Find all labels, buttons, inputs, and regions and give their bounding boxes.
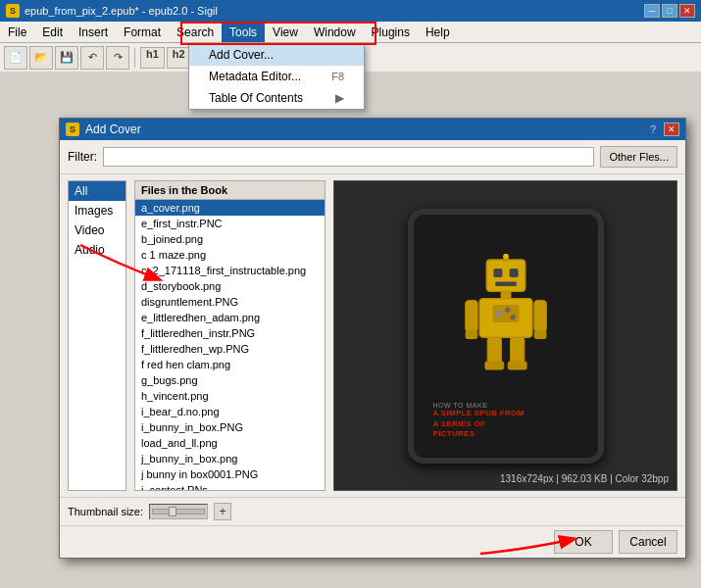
menu-window[interactable]: Window xyxy=(306,22,364,42)
tablet-mockup: HOW TO MAKE A SIMPLE EPUB FROMA SERIES O… xyxy=(408,209,604,464)
cancel-button[interactable]: Cancel xyxy=(619,530,677,554)
tools-dropdown: Add Cover... Metadata Editor... F8 Table… xyxy=(188,43,365,110)
svg-rect-12 xyxy=(465,301,477,332)
menu-tools[interactable]: Tools xyxy=(222,22,265,42)
image-info: 1316x724px | 962.03 KB | Color 32bpp xyxy=(500,473,669,484)
file-item-f-wp[interactable]: f_littleredhen_wp.PNG xyxy=(135,341,325,357)
file-item-f-instr[interactable]: f_littleredhen_instr.PNG xyxy=(135,325,325,341)
file-item-c2-first[interactable]: c_2_171118_first_instructable.png xyxy=(135,263,325,278)
svg-rect-14 xyxy=(465,330,477,339)
save-button[interactable]: 💾 xyxy=(55,46,78,70)
file-item-h-vincent[interactable]: h_vincent.png xyxy=(135,388,325,404)
menu-metadata-editor[interactable]: Metadata Editor... F8 xyxy=(189,66,364,87)
file-item-i-bear[interactable]: i_bear_d.no.png xyxy=(135,404,325,419)
dialog-main: All Images Video Audio Files in the Book… xyxy=(60,174,685,497)
category-list: All Images Video Audio xyxy=(68,180,126,491)
dialog-icon: S xyxy=(66,122,79,136)
dialog-title-bar: S Add Cover ? ✕ xyxy=(60,119,685,140)
menu-edit[interactable]: Edit xyxy=(34,22,71,42)
menu-add-cover[interactable]: Add Cover... xyxy=(189,44,364,66)
app-icon: S xyxy=(6,4,20,18)
toolbar-sep-1 xyxy=(134,48,135,68)
file-item-d-storybook[interactable]: d_storybook.png xyxy=(135,278,325,294)
menu-insert[interactable]: Insert xyxy=(71,22,116,42)
file-item-g-bugs[interactable]: g_bugs.png xyxy=(135,372,325,388)
menu-view[interactable]: View xyxy=(265,22,306,42)
file-item-load[interactable]: load_and_ll.png xyxy=(135,435,325,451)
other-files-button[interactable]: Other Fles... xyxy=(600,146,677,168)
file-item-c1-maze[interactable]: c 1 maze.png xyxy=(135,247,325,263)
ok-button[interactable]: OK xyxy=(554,530,613,554)
thumbnail-slider[interactable] xyxy=(149,504,208,519)
file-item-i-bunny[interactable]: i_bunny_in_box.PNG xyxy=(135,419,325,435)
dialog-footer: OK Cancel xyxy=(60,525,685,558)
heading-h1[interactable]: h1 xyxy=(140,47,165,69)
filter-row: Filter: Other Fles... xyxy=(60,140,685,174)
file-list-container: Files in the Book a_cover.png e_first_in… xyxy=(134,180,325,491)
file-list-header: Files in the Book xyxy=(135,181,325,200)
minimize-button[interactable]: ─ xyxy=(644,4,660,18)
file-item-e-first[interactable]: e_first_instr.PNC xyxy=(135,216,325,231)
slider-thumb[interactable] xyxy=(169,507,176,516)
svg-rect-13 xyxy=(533,301,546,332)
svg-rect-15 xyxy=(533,330,546,339)
window-controls: ─ □ ✕ xyxy=(644,4,695,18)
title-bar: S epub_from_pix_2.epub* - epub2.0 - Sigi… xyxy=(0,0,701,22)
dialog-close-button[interactable]: ✕ xyxy=(664,122,679,136)
dialog-body: Filter: Other Fles... All Images Video A… xyxy=(60,140,685,558)
file-item-disgrunt[interactable]: disgruntlement.PNG xyxy=(135,294,325,310)
svg-rect-19 xyxy=(507,362,526,370)
file-item-j-contest[interactable]: j_contest.PNs xyxy=(135,482,325,490)
tablet-screen: HOW TO MAKE A SIMPLE EPUB FROMA SERIES O… xyxy=(427,228,584,444)
svg-rect-16 xyxy=(487,338,501,365)
svg-rect-6 xyxy=(500,292,511,299)
cover-how-to-make: HOW TO MAKE xyxy=(433,402,578,409)
file-item-j-bunny0001[interactable]: j bunny in box0001.PNG xyxy=(135,466,325,482)
category-images[interactable]: Images xyxy=(69,201,125,220)
open-button[interactable]: 📂 xyxy=(29,46,53,70)
menu-table-of-contents[interactable]: Table Of Contents ▶ xyxy=(189,87,364,109)
undo-button[interactable]: ↶ xyxy=(80,46,104,70)
robot-area xyxy=(427,228,584,399)
robot-svg xyxy=(462,254,550,371)
dialog-title: Add Cover xyxy=(85,122,650,136)
file-item-b-joined[interactable]: b_joined.png xyxy=(135,231,325,247)
thumbnail-add-button[interactable]: + xyxy=(214,503,231,520)
menu-format[interactable]: Format xyxy=(116,22,169,42)
menu-help[interactable]: Help xyxy=(418,22,458,42)
file-item-a-cover[interactable]: a_cover.png xyxy=(135,200,325,216)
slider-track xyxy=(152,509,205,514)
file-item-j-bunny[interactable]: j_bunny_in_box.png xyxy=(135,451,325,466)
svg-rect-18 xyxy=(484,362,504,370)
maximize-button[interactable]: □ xyxy=(662,4,677,18)
menu-search[interactable]: Search xyxy=(169,22,222,42)
svg-rect-0 xyxy=(486,260,526,291)
filter-label: Filter: xyxy=(68,150,97,164)
file-item-e-adam[interactable]: e_littleredhen_adam.png xyxy=(135,310,325,325)
thumbnail-label: Thumbnail size: xyxy=(68,506,143,517)
preview-panel: HOW TO MAKE A SIMPLE EPUB FROMA SERIES O… xyxy=(333,180,677,491)
app-title: epub_from_pix_2.epub* - epub2.0 - Sigil xyxy=(25,5,644,17)
category-all[interactable]: All xyxy=(69,181,125,201)
svg-rect-17 xyxy=(510,338,524,365)
dialog-help[interactable]: ? xyxy=(650,123,656,135)
menu-plugins[interactable]: Plugins xyxy=(364,22,418,42)
svg-rect-2 xyxy=(509,269,518,277)
file-item-f-red[interactable]: f red hen clam.png xyxy=(135,357,325,372)
filter-input[interactable] xyxy=(103,147,594,167)
new-button[interactable]: 📄 xyxy=(4,46,27,70)
svg-rect-1 xyxy=(493,269,502,277)
cover-title-text: A SIMPLE EPUB FROMA SERIES OFPICTURES xyxy=(433,409,578,439)
left-panel: All Images Video Audio Files in the Book… xyxy=(68,180,325,491)
file-list[interactable]: a_cover.png e_first_instr.PNC b_joined.p… xyxy=(135,200,325,490)
heading-h2[interactable]: h2 xyxy=(167,47,191,69)
svg-point-9 xyxy=(495,311,502,318)
menu-bar: File Edit Insert Format Search Tools Vie… xyxy=(0,22,701,43)
svg-point-10 xyxy=(505,308,510,313)
close-button[interactable]: ✕ xyxy=(679,4,695,18)
category-audio[interactable]: Audio xyxy=(69,240,125,260)
redo-button[interactable]: ↷ xyxy=(106,46,129,70)
category-video[interactable]: Video xyxy=(69,220,125,240)
menu-file[interactable]: File xyxy=(0,22,34,42)
cover-text-area: HOW TO MAKE A SIMPLE EPUB FROMA SERIES O… xyxy=(427,398,584,443)
